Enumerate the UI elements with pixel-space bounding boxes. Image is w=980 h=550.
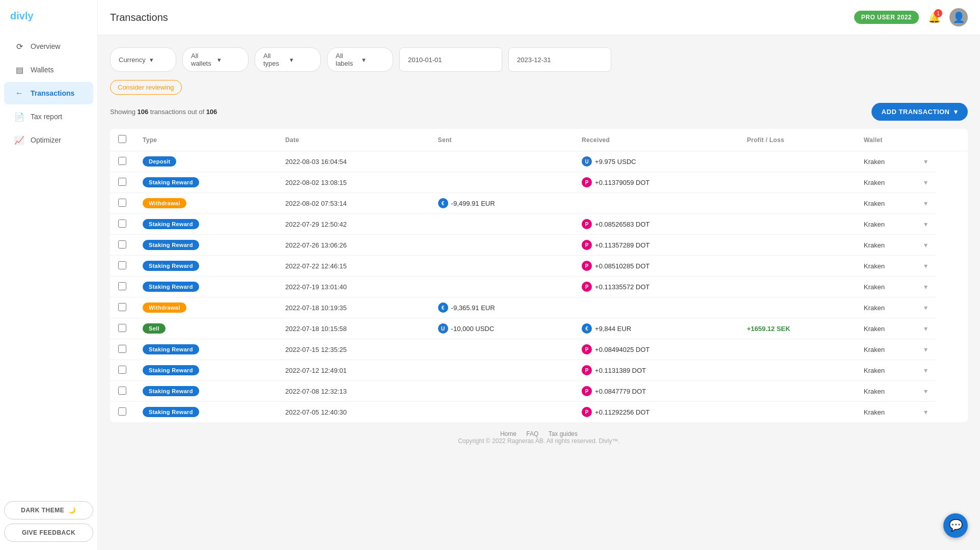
expand-row-button[interactable]: ▾ xyxy=(924,283,928,291)
profit-cell xyxy=(739,360,855,381)
consider-reviewing-badge[interactable]: Consider reviewing xyxy=(110,80,182,95)
row-checkbox[interactable] xyxy=(118,157,126,165)
row-checkbox[interactable] xyxy=(118,366,126,374)
col-profit: Profit / Loss xyxy=(739,129,855,151)
expand-row-button[interactable]: ▾ xyxy=(924,199,928,207)
labels-filter[interactable]: All labels ▾ xyxy=(327,47,393,72)
profit-cell xyxy=(739,277,855,297)
sidebar-item-label: Overview xyxy=(31,42,60,50)
table-row: Deposit2022-08-03 16:04:54U+9.975 USDCKr… xyxy=(110,151,968,172)
received-coin-icon: P xyxy=(582,386,592,396)
sent-coin-icon: € xyxy=(438,302,448,313)
chevron-down-icon: ▾ xyxy=(150,56,168,64)
sent-cell xyxy=(430,402,574,423)
row-checkbox[interactable] xyxy=(118,240,126,249)
row-checkbox[interactable] xyxy=(118,387,126,395)
received-cell: P+0.11357289 DOT xyxy=(582,240,730,250)
profit-cell xyxy=(739,339,855,360)
expand-row-button[interactable]: ▾ xyxy=(924,241,928,249)
profit-cell xyxy=(739,235,855,256)
sidebar: divly ⟳ Overview ▤ Wallets ← Transaction… xyxy=(0,0,98,550)
sidebar-item-optimizer[interactable]: 📈 Optimizer xyxy=(4,129,93,151)
wallet-name: Kraken xyxy=(864,158,885,166)
date-cell: 2022-07-19 13:01:40 xyxy=(277,277,430,297)
user-avatar-button[interactable]: 👤 xyxy=(949,8,968,26)
footer-copyright: Copyright © 2022 Ragneras AB. All rights… xyxy=(118,437,960,445)
date-cell: 2022-07-22 12:46:15 xyxy=(277,256,430,277)
expand-row-button[interactable]: ▾ xyxy=(924,366,928,374)
sent-cell xyxy=(430,339,574,360)
received-coin-icon: P xyxy=(582,365,592,375)
app-logo[interactable]: divly xyxy=(0,0,97,30)
expand-row-button[interactable]: ▾ xyxy=(924,324,928,333)
sidebar-item-label: Optimizer xyxy=(31,136,61,144)
expand-row-button[interactable]: ▾ xyxy=(924,262,928,270)
chevron-down-icon: ▾ xyxy=(290,56,312,64)
row-checkbox[interactable] xyxy=(118,261,126,269)
sidebar-item-label: Wallets xyxy=(31,66,53,74)
expand-row-button[interactable]: ▾ xyxy=(924,408,928,416)
sent-cell: €-9,499.91 EUR xyxy=(438,198,566,208)
sent-cell xyxy=(430,277,574,297)
optimizer-icon: 📈 xyxy=(14,135,24,145)
col-wallet: Wallet xyxy=(856,129,936,151)
footer-tax-guides-link[interactable]: Tax guides xyxy=(549,430,578,437)
row-checkbox[interactable] xyxy=(118,199,126,207)
add-transaction-button[interactable]: ADD TRANSACTION ▾ xyxy=(872,103,968,121)
wallet-name: Kraken xyxy=(864,200,885,207)
transactions-icon: ← xyxy=(14,88,24,98)
row-checkbox[interactable] xyxy=(118,407,126,416)
row-checkbox[interactable] xyxy=(118,282,126,290)
date-cell: 2022-07-18 10:15:58 xyxy=(277,318,430,339)
date-to-input[interactable] xyxy=(508,47,611,72)
type-badge: Staking Reward xyxy=(143,365,199,375)
sidebar-item-tax-report[interactable]: 📄 Tax report xyxy=(4,105,93,128)
row-checkbox[interactable] xyxy=(118,219,126,228)
wallets-icon: ▤ xyxy=(14,65,24,75)
wallet-name: Kraken xyxy=(864,325,885,333)
expand-row-button[interactable]: ▾ xyxy=(924,157,928,166)
row-checkbox[interactable] xyxy=(118,303,126,311)
received-cell xyxy=(574,193,739,214)
received-cell: P+0.08526583 DOT xyxy=(582,219,730,229)
wallet-name: Kraken xyxy=(864,221,885,228)
date-cell: 2022-08-02 13:08:15 xyxy=(277,172,430,193)
date-cell: 2022-08-03 16:04:54 xyxy=(277,151,430,172)
sidebar-item-wallets[interactable]: ▤ Wallets xyxy=(4,59,93,81)
sidebar-item-transactions[interactable]: ← Transactions xyxy=(4,82,93,104)
row-checkbox[interactable] xyxy=(118,345,126,353)
chevron-down-icon: ▾ xyxy=(954,108,958,116)
footer-faq-link[interactable]: FAQ xyxy=(526,430,538,437)
row-checkbox[interactable] xyxy=(118,178,126,186)
chat-button[interactable]: 💬 xyxy=(943,513,968,538)
received-coin-icon: P xyxy=(582,282,592,292)
wallet-name: Kraken xyxy=(864,262,885,270)
notifications-button[interactable]: 🔔 1 xyxy=(925,8,943,26)
type-badge: Withdrawal xyxy=(143,302,186,313)
type-badge: Staking Reward xyxy=(143,261,199,271)
table-row: Staking Reward2022-07-26 13:06:26P+0.113… xyxy=(110,235,968,256)
expand-row-button[interactable]: ▾ xyxy=(924,220,928,228)
expand-row-button[interactable]: ▾ xyxy=(924,178,928,186)
row-checkbox[interactable] xyxy=(118,324,126,332)
sidebar-item-overview[interactable]: ⟳ Overview xyxy=(4,35,93,58)
wallets-filter[interactable]: All wallets ▾ xyxy=(182,47,249,72)
col-type: Type xyxy=(134,129,277,151)
filter-bar: Currency ▾ All wallets ▾ All types ▾ All… xyxy=(110,47,968,72)
expand-row-button[interactable]: ▾ xyxy=(924,387,928,395)
currency-filter[interactable]: Currency ▾ xyxy=(110,47,176,72)
date-from-input[interactable] xyxy=(399,47,502,72)
expand-row-button[interactable]: ▾ xyxy=(924,345,928,353)
footer-home-link[interactable]: Home xyxy=(500,430,516,437)
notification-count: 1 xyxy=(934,9,942,17)
expand-row-button[interactable]: ▾ xyxy=(924,304,928,312)
select-all-checkbox[interactable] xyxy=(118,135,126,143)
give-feedback-button[interactable]: GIVE FEEDBACK xyxy=(4,524,93,542)
wallet-name: Kraken xyxy=(864,179,885,186)
dark-theme-button[interactable]: DARK THEME 🌙 xyxy=(4,501,93,519)
profit-cell xyxy=(739,172,855,193)
types-filter[interactable]: All types ▾ xyxy=(255,47,321,72)
table-row: Staking Reward2022-07-22 12:46:15P+0.085… xyxy=(110,256,968,277)
type-badge: Sell xyxy=(143,323,166,334)
date-cell: 2022-07-29 12:50:42 xyxy=(277,214,430,235)
